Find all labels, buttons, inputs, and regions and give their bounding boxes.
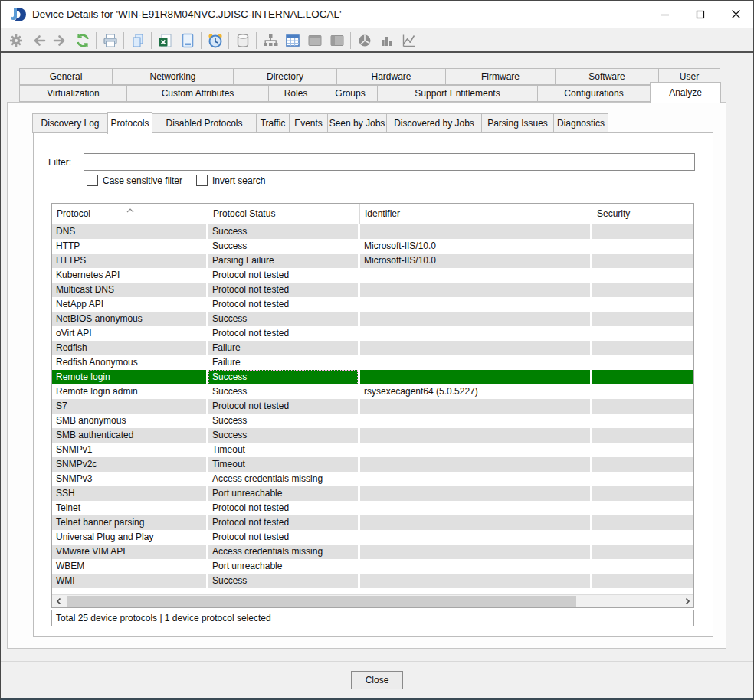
status-cell: Success (208, 224, 358, 239)
invert-search-checkbox[interactable] (196, 175, 208, 186)
subtab-disabled-protocols[interactable]: Disabled Protocols (152, 113, 257, 133)
tab-label: Custom Attributes (162, 88, 234, 99)
settings-icon[interactable] (5, 31, 27, 51)
close-button[interactable]: Close (351, 671, 403, 689)
subtab-diagnostics[interactable]: Diagnostics (553, 113, 608, 133)
status-cell: Failure (208, 355, 358, 370)
status-cell: Protocol not tested (208, 515, 358, 530)
maximize-button[interactable] (683, 1, 718, 28)
tab-virtualization[interactable]: Virtualization (19, 85, 127, 102)
table-row[interactable]: Remote loginSuccess (52, 370, 693, 384)
tab-configurations[interactable]: Configurations (537, 85, 651, 102)
table-row[interactable]: SNMPv3Access credentials missing (52, 472, 693, 486)
table-row[interactable]: HTTPSuccessMicrosoft-IIS/10.0 (52, 239, 693, 254)
subtab-discovery-log[interactable]: Discovery Log (32, 113, 108, 133)
topology-icon[interactable] (259, 31, 281, 51)
export-excel-icon[interactable] (154, 31, 176, 51)
protocols-panel: Filter: Case sensitive filter Invert sea… (33, 132, 713, 637)
column-header-protocol[interactable]: Protocol (52, 204, 208, 224)
subtab-parsing-issues[interactable]: Parsing Issues (481, 113, 554, 133)
filter-input[interactable] (84, 153, 695, 171)
column-header-identifier[interactable]: Identifier (360, 204, 592, 224)
tab-groups[interactable]: Groups (323, 85, 378, 102)
protocol-cell: SSH (52, 486, 206, 501)
tab-custom-attributes[interactable]: Custom Attributes (126, 85, 269, 102)
subtab-seen-by-jobs[interactable]: Seen by Jobs (327, 113, 387, 133)
tab-roles[interactable]: Roles (268, 85, 323, 102)
table-row[interactable]: Redfish AnonymousFailure (52, 355, 693, 370)
identifier-cell (360, 472, 590, 486)
table-row[interactable]: RedfishFailure (52, 341, 693, 355)
tab-support-entitlements[interactable]: Support Entitlements (377, 85, 538, 102)
security-cell (592, 414, 693, 428)
status-cell: Failure (208, 341, 358, 355)
toolbar-separator (151, 32, 152, 49)
back-icon[interactable] (27, 31, 49, 51)
table-row[interactable]: Kubernetes APIProtocol not tested (52, 268, 693, 283)
tab-general[interactable]: General (19, 68, 113, 85)
security-cell (592, 341, 693, 355)
tab-label: Software (588, 71, 625, 82)
table-row[interactable]: Multicast DNSProtocol not tested (52, 283, 693, 297)
table-row[interactable]: SMB authenticatedSuccess (52, 428, 693, 443)
line-chart-icon[interactable] (398, 31, 420, 51)
tab-directory[interactable]: Directory (233, 68, 337, 85)
horizontal-scrollbar[interactable] (52, 594, 693, 607)
tab-software[interactable]: Software (555, 68, 659, 85)
table-row[interactable]: SNMPv1Timeout (52, 443, 693, 457)
table-row[interactable]: WMISuccess (52, 574, 693, 588)
scrollbar-thumb[interactable] (67, 596, 576, 607)
subtab-discovered-by-jobs[interactable]: Discovered by Jobs (386, 113, 482, 133)
database-icon[interactable] (231, 31, 254, 51)
panel-right-icon[interactable] (326, 31, 348, 51)
table-row[interactable]: Universal Plug and PlayProtocol not test… (52, 530, 693, 545)
table-row[interactable]: oVirt APIProtocol not tested (52, 326, 693, 341)
scroll-left-button[interactable] (52, 595, 65, 607)
table-row[interactable]: NetApp APIProtocol not tested (52, 297, 693, 312)
protocols-table: ProtocolProtocol StatusIdentifierSecurit… (51, 203, 694, 608)
table-view-icon[interactable] (281, 31, 303, 51)
table-row[interactable]: Remote login adminSuccessrsysexecagent64… (52, 384, 693, 399)
subtab-protocols[interactable]: Protocols (107, 112, 152, 134)
minimize-button[interactable] (647, 1, 683, 28)
tab-firmware[interactable]: Firmware (445, 68, 556, 85)
close-window-button[interactable] (718, 1, 753, 28)
protocol-cell: WBEM (52, 559, 206, 574)
tab-hardware[interactable]: Hardware (336, 68, 446, 85)
scroll-right-button[interactable] (680, 595, 693, 607)
column-header-security[interactable]: Security (592, 204, 693, 224)
table-row[interactable]: DNSSuccess (52, 224, 693, 239)
table-row[interactable]: WBEMPort unreachable (52, 559, 693, 574)
table-row[interactable]: SNMPv2cTimeout (52, 457, 693, 472)
tab-networking[interactable]: Networking (112, 68, 234, 85)
table-row[interactable]: S7Protocol not tested (52, 399, 693, 414)
table-row[interactable]: VMware VIM APIAccess credentials missing (52, 545, 693, 559)
identifier-cell: Microsoft-IIS/10.0 (360, 239, 590, 254)
window-controls (647, 1, 753, 28)
bar-chart-icon[interactable] (375, 31, 398, 51)
tab-analyze[interactable]: Analyze (650, 82, 721, 103)
toolbar-separator (256, 32, 257, 49)
refresh-icon[interactable] (71, 31, 93, 51)
subtab-traffic[interactable]: Traffic (256, 113, 290, 133)
status-cell: Success (208, 312, 358, 326)
report-document-icon[interactable] (176, 31, 198, 51)
identifier-cell (360, 443, 590, 457)
panel-left-icon[interactable] (303, 31, 326, 51)
identifier-cell (360, 312, 590, 326)
print-icon[interactable] (99, 31, 121, 51)
table-row[interactable]: NetBIOS anonymousSuccess (52, 312, 693, 326)
copy-icon[interactable] (126, 31, 149, 51)
subtab-events[interactable]: Events (289, 113, 328, 133)
table-row[interactable]: HTTPSParsing FailureMicrosoft-IIS/10.0 (52, 254, 693, 268)
case-sensitive-checkbox[interactable] (87, 175, 98, 186)
pie-chart-icon[interactable] (353, 31, 375, 51)
table-row[interactable]: Telnet banner parsingProtocol not tested (52, 515, 693, 530)
table-row[interactable]: SMB anonymousSuccess (52, 414, 693, 428)
scheduler-icon[interactable] (204, 31, 226, 51)
forward-icon[interactable] (49, 31, 71, 51)
column-header-protocol-status[interactable]: Protocol Status (208, 204, 360, 224)
table-row[interactable]: TelnetProtocol not tested (52, 501, 693, 515)
security-cell (592, 268, 693, 283)
table-row[interactable]: SSHPort unreachable (52, 486, 693, 501)
